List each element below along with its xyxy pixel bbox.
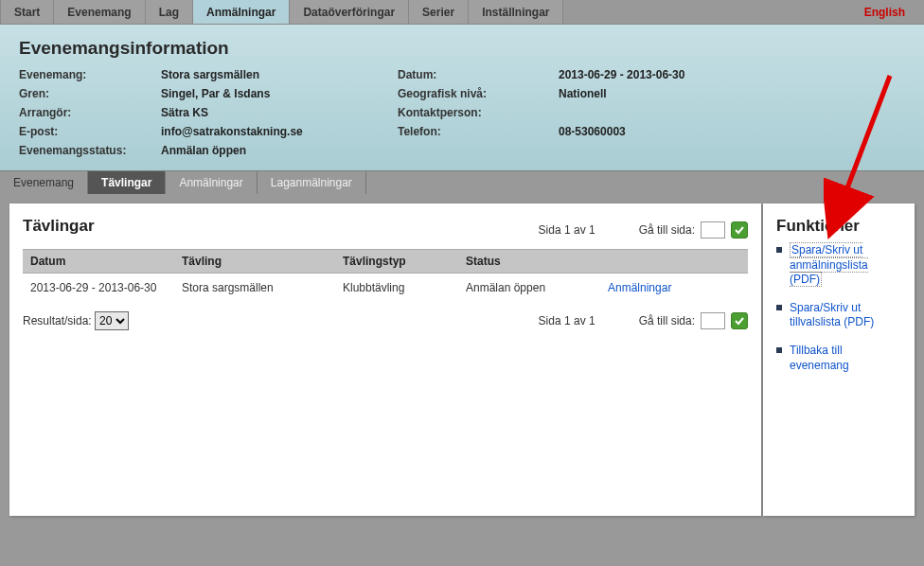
main-area: Tävlingar Sida 1 av 1 Gå till sida: Datu… [0, 194, 924, 525]
info-label: Evenemang: [19, 68, 161, 81]
info-value: Sätra KS [161, 106, 398, 119]
language-switch-link[interactable]: English [845, 0, 924, 24]
event-info-panel: Evenemangsinformation Evenemang: Stora s… [0, 25, 924, 171]
function-link-pdf-anmalningslista[interactable]: Spara/Skriv ut anmälningslista (PDF) [790, 242, 868, 287]
info-value: Nationell [559, 87, 786, 100]
goto-page-input-bottom[interactable] [701, 312, 725, 329]
col-status: Status [458, 250, 600, 274]
info-label: Arrangör: [19, 106, 161, 119]
info-value [559, 106, 786, 119]
info-label: Geografisk nivå: [398, 87, 559, 100]
info-value [559, 144, 786, 157]
goto-label: Gå till sida: [639, 314, 695, 327]
row-action-link[interactable]: Anmälningar [608, 281, 671, 294]
paging-bottom: Sida 1 av 1 Gå till sida: [539, 312, 748, 329]
col-tavlingstyp: Tävlingstyp [335, 250, 458, 274]
subtab-evenemang[interactable]: Evenemang [0, 171, 88, 194]
competitions-heading: Tävlingar [23, 217, 95, 236]
cell-status: Anmälan öppen [458, 274, 600, 303]
results-per-page-label: Resultat/sida: [23, 314, 92, 327]
paging-top: Sida 1 av 1 Gå till sida: [539, 221, 748, 239]
info-label: Kontaktperson: [398, 106, 559, 119]
functions-list: Spara/Skriv ut anmälningslista (PDF) Spa… [776, 243, 901, 373]
top-nav: Start Evenemang Lag Anmälningar Dataöver… [0, 0, 924, 25]
functions-card: Funktioner Spara/Skriv ut anmälningslist… [763, 203, 915, 516]
competitions-card: Tävlingar Sida 1 av 1 Gå till sida: Datu… [9, 203, 761, 516]
col-tavling: Tävling [174, 250, 335, 274]
function-item: Spara/Skriv ut anmälningslista (PDF) [776, 243, 901, 288]
function-item: Tillbaka till evenemang [776, 344, 901, 373]
page-info: Sida 1 av 1 [539, 223, 595, 237]
competitions-table: Datum Tävling Tävlingstyp Status 2013-06… [23, 249, 748, 302]
topnav-tab-anmalningar[interactable]: Anmälningar [193, 0, 290, 24]
cell-type: Klubbtävling [335, 274, 458, 303]
function-link-pdf-tillvalslista[interactable]: Spara/Skriv ut tillvalslista (PDF) [790, 301, 874, 329]
table-header-row: Datum Tävling Tävlingstyp Status [23, 250, 748, 274]
info-label: Gren: [19, 87, 161, 100]
subtab-laganmalningar[interactable]: Laganmälningar [258, 171, 366, 194]
topnav-tab-installningar[interactable]: Inställningar [469, 0, 563, 24]
info-value: info@satrakonstakning.se [161, 125, 398, 138]
results-per-page-select[interactable]: 20 [95, 311, 129, 330]
info-label: Telefon: [398, 125, 559, 138]
topnav-tab-start[interactable]: Start [0, 0, 54, 24]
event-info-heading: Evenemangsinformation [19, 38, 905, 59]
info-value: 08-53060003 [559, 125, 786, 138]
col-action [600, 250, 748, 274]
check-icon [735, 225, 744, 235]
cell-name: Stora sargsmällen [174, 274, 335, 303]
info-label: Evenemangsstatus: [19, 144, 161, 157]
goto-label: Gå till sida: [639, 223, 695, 237]
topnav-tab-dataoverforingar[interactable]: Dataöverföringar [290, 0, 409, 24]
check-icon [735, 316, 744, 326]
topnav-tab-serier[interactable]: Serier [409, 0, 469, 24]
info-value: Singel, Par & Isdans [161, 87, 398, 100]
event-info-grid: Evenemang: Stora sargsmällen Datum: 2013… [19, 68, 905, 157]
subtab-anmalningar[interactable]: Anmälningar [166, 171, 257, 194]
table-row: 2013-06-29 - 2013-06-30 Stora sargsmälle… [23, 274, 748, 303]
goto-page-button-bottom[interactable] [731, 312, 748, 329]
functions-heading: Funktioner [776, 217, 901, 236]
function-item: Spara/Skriv ut tillvalslista (PDF) [776, 301, 901, 330]
info-value: 2013-06-29 - 2013-06-30 [559, 68, 786, 81]
info-label [398, 144, 559, 157]
results-per-page: Resultat/sida: 20 [23, 311, 129, 330]
topnav-tab-evenemang[interactable]: Evenemang [54, 0, 145, 24]
sub-nav: Evenemang Tävlingar Anmälningar Laganmäl… [0, 171, 924, 194]
info-value: Anmälan öppen [161, 144, 398, 157]
page-info: Sida 1 av 1 [539, 314, 595, 327]
info-value: Stora sargsmällen [161, 68, 398, 81]
info-label: Datum: [398, 68, 559, 81]
topnav-tab-lag[interactable]: Lag [146, 0, 193, 24]
goto-page-input[interactable] [701, 221, 725, 239]
col-datum: Datum [23, 250, 174, 274]
info-label: E-post: [19, 125, 161, 138]
cell-date: 2013-06-29 - 2013-06-30 [23, 274, 174, 303]
goto-page-button[interactable] [731, 221, 748, 239]
subtab-tavlingar[interactable]: Tävlingar [88, 171, 166, 194]
function-link-back[interactable]: Tillbaka till evenemang [790, 344, 849, 372]
